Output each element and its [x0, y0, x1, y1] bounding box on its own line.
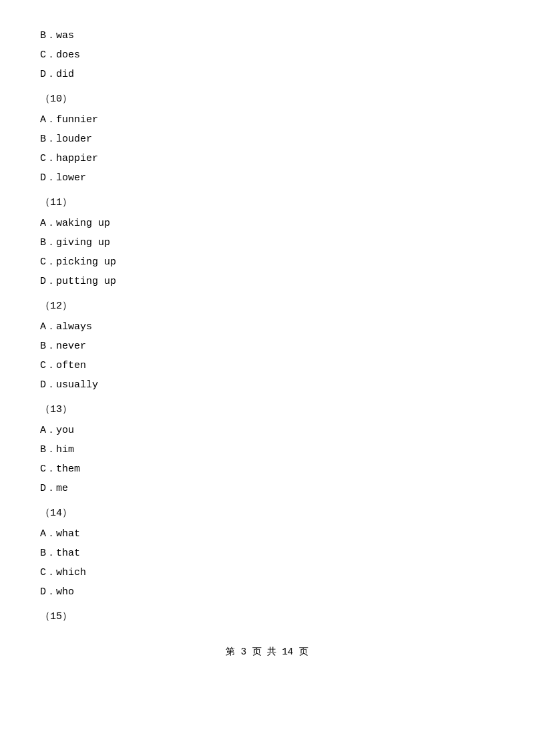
option-b-was: B．was	[40, 27, 494, 45]
option-d-who: D．who	[40, 583, 494, 601]
option-c-often: C．often	[40, 357, 494, 375]
option-c-happier: C．happier	[40, 150, 494, 168]
option-b-that: B．that	[40, 544, 494, 562]
option-a-waking-up: A．waking up	[40, 214, 494, 232]
option-a-always: A．always	[40, 318, 494, 336]
option-c-which: C．which	[40, 564, 494, 582]
question-10-label: （10）	[40, 90, 494, 108]
option-d-me: D．me	[40, 480, 494, 498]
option-a-what: A．what	[40, 525, 494, 543]
option-a-funnier: A．funnier	[40, 111, 494, 129]
question-14-label: （14）	[40, 504, 494, 522]
question-15-label: （15）	[40, 608, 494, 626]
option-b-louder: B．louder	[40, 130, 494, 148]
option-b-never: B．never	[40, 337, 494, 355]
option-d-usually: D．usually	[40, 376, 494, 394]
option-d-putting-up: D．putting up	[40, 272, 494, 291]
page-footer: 第 3 页 共 14 页	[40, 646, 494, 658]
option-d-lower: D．lower	[40, 169, 494, 187]
question-11-label: （11）	[40, 194, 494, 212]
option-c-picking-up: C．picking up	[40, 253, 494, 271]
option-b-him: B．him	[40, 441, 494, 459]
question-12-label: （12）	[40, 297, 494, 315]
option-c-them: C．them	[40, 460, 494, 478]
option-b-giving-up: B．giving up	[40, 234, 494, 252]
question-13-label: （13）	[40, 401, 494, 419]
option-d-did: D．did	[40, 65, 494, 83]
option-a-you: A．you	[40, 421, 494, 439]
option-c-does: C．does	[40, 46, 494, 64]
main-content: B．was C．does D．did （10） A．funnier B．loud…	[40, 27, 494, 626]
page-number: 第 3 页 共 14 页	[226, 646, 308, 657]
